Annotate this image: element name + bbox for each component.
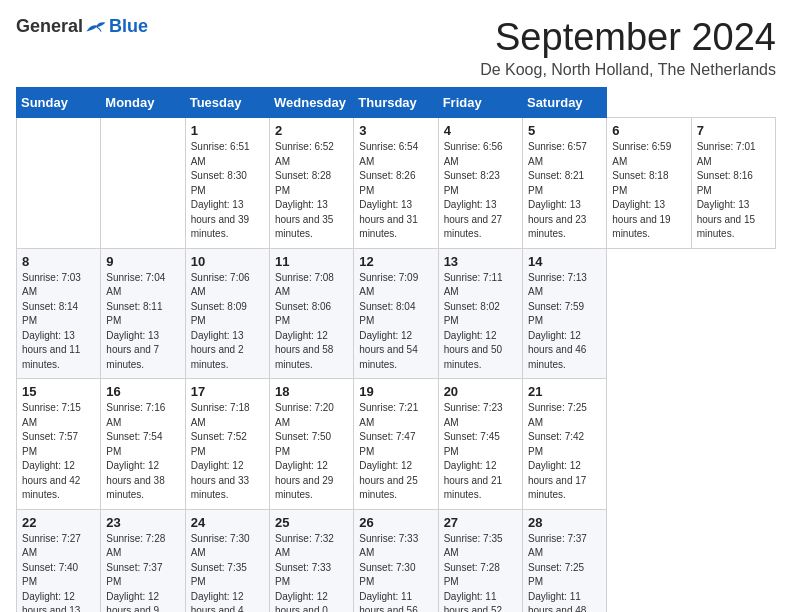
header-thursday: Thursday (354, 88, 438, 118)
page-header: General Blue September 2024 De Koog, Nor… (16, 16, 776, 79)
table-row (17, 118, 101, 249)
location-subtitle: De Koog, North Holland, The Netherlands (480, 61, 776, 79)
day-number: 7 (697, 123, 770, 138)
table-row: 20Sunrise: 7:23 AMSunset: 7:45 PMDayligh… (438, 379, 522, 510)
day-info: Sunrise: 7:08 AMSunset: 8:06 PMDaylight:… (275, 271, 348, 373)
day-info: Sunrise: 7:32 AMSunset: 7:33 PMDaylight:… (275, 532, 348, 613)
day-info: Sunrise: 6:59 AMSunset: 8:18 PMDaylight:… (612, 140, 685, 242)
day-number: 16 (106, 384, 179, 399)
day-info: Sunrise: 7:16 AMSunset: 7:54 PMDaylight:… (106, 401, 179, 503)
table-row: 14Sunrise: 7:13 AMSunset: 7:59 PMDayligh… (522, 248, 606, 379)
day-number: 15 (22, 384, 95, 399)
day-number: 6 (612, 123, 685, 138)
day-info: Sunrise: 7:03 AMSunset: 8:14 PMDaylight:… (22, 271, 95, 373)
day-number: 3 (359, 123, 432, 138)
day-info: Sunrise: 7:20 AMSunset: 7:50 PMDaylight:… (275, 401, 348, 503)
header-saturday: Saturday (522, 88, 606, 118)
table-row: 19Sunrise: 7:21 AMSunset: 7:47 PMDayligh… (354, 379, 438, 510)
table-row: 4Sunrise: 6:56 AMSunset: 8:23 PMDaylight… (438, 118, 522, 249)
day-number: 10 (191, 254, 264, 269)
table-row: 10Sunrise: 7:06 AMSunset: 8:09 PMDayligh… (185, 248, 269, 379)
table-row (101, 118, 185, 249)
day-info: Sunrise: 7:27 AMSunset: 7:40 PMDaylight:… (22, 532, 95, 613)
day-number: 12 (359, 254, 432, 269)
table-row: 24Sunrise: 7:30 AMSunset: 7:35 PMDayligh… (185, 509, 269, 612)
day-info: Sunrise: 7:37 AMSunset: 7:25 PMDaylight:… (528, 532, 601, 613)
day-info: Sunrise: 6:57 AMSunset: 8:21 PMDaylight:… (528, 140, 601, 242)
table-row: 21Sunrise: 7:25 AMSunset: 7:42 PMDayligh… (522, 379, 606, 510)
day-number: 9 (106, 254, 179, 269)
table-row: 28Sunrise: 7:37 AMSunset: 7:25 PMDayligh… (522, 509, 606, 612)
day-number: 13 (444, 254, 517, 269)
table-row: 9Sunrise: 7:04 AMSunset: 8:11 PMDaylight… (101, 248, 185, 379)
day-number: 2 (275, 123, 348, 138)
logo: General Blue (16, 16, 148, 37)
day-number: 17 (191, 384, 264, 399)
day-info: Sunrise: 7:30 AMSunset: 7:35 PMDaylight:… (191, 532, 264, 613)
day-number: 18 (275, 384, 348, 399)
day-info: Sunrise: 7:13 AMSunset: 7:59 PMDaylight:… (528, 271, 601, 373)
day-number: 24 (191, 515, 264, 530)
day-number: 19 (359, 384, 432, 399)
table-row: 17Sunrise: 7:18 AMSunset: 7:52 PMDayligh… (185, 379, 269, 510)
header-wednesday: Wednesday (269, 88, 353, 118)
day-number: 5 (528, 123, 601, 138)
day-number: 23 (106, 515, 179, 530)
day-info: Sunrise: 6:52 AMSunset: 8:28 PMDaylight:… (275, 140, 348, 242)
title-area: September 2024 De Koog, North Holland, T… (480, 16, 776, 79)
day-info: Sunrise: 7:28 AMSunset: 7:37 PMDaylight:… (106, 532, 179, 613)
table-row: 3Sunrise: 6:54 AMSunset: 8:26 PMDaylight… (354, 118, 438, 249)
calendar-week-row: 15Sunrise: 7:15 AMSunset: 7:57 PMDayligh… (17, 379, 776, 510)
day-info: Sunrise: 7:25 AMSunset: 7:42 PMDaylight:… (528, 401, 601, 503)
table-row: 26Sunrise: 7:33 AMSunset: 7:30 PMDayligh… (354, 509, 438, 612)
day-info: Sunrise: 7:15 AMSunset: 7:57 PMDaylight:… (22, 401, 95, 503)
logo-blue-text: Blue (109, 16, 148, 37)
table-row: 18Sunrise: 7:20 AMSunset: 7:50 PMDayligh… (269, 379, 353, 510)
table-row: 15Sunrise: 7:15 AMSunset: 7:57 PMDayligh… (17, 379, 101, 510)
header-friday: Friday (438, 88, 522, 118)
day-number: 1 (191, 123, 264, 138)
day-number: 25 (275, 515, 348, 530)
table-row: 13Sunrise: 7:11 AMSunset: 8:02 PMDayligh… (438, 248, 522, 379)
header-sunday: Sunday (17, 88, 101, 118)
day-number: 4 (444, 123, 517, 138)
calendar-week-row: 1Sunrise: 6:51 AMSunset: 8:30 PMDaylight… (17, 118, 776, 249)
day-number: 27 (444, 515, 517, 530)
day-info: Sunrise: 7:09 AMSunset: 8:04 PMDaylight:… (359, 271, 432, 373)
day-info: Sunrise: 7:23 AMSunset: 7:45 PMDaylight:… (444, 401, 517, 503)
day-number: 21 (528, 384, 601, 399)
day-number: 11 (275, 254, 348, 269)
day-number: 8 (22, 254, 95, 269)
header-tuesday: Tuesday (185, 88, 269, 118)
day-number: 20 (444, 384, 517, 399)
table-row: 25Sunrise: 7:32 AMSunset: 7:33 PMDayligh… (269, 509, 353, 612)
calendar-header-row: Sunday Monday Tuesday Wednesday Thursday… (17, 88, 776, 118)
table-row: 16Sunrise: 7:16 AMSunset: 7:54 PMDayligh… (101, 379, 185, 510)
day-number: 14 (528, 254, 601, 269)
table-row: 12Sunrise: 7:09 AMSunset: 8:04 PMDayligh… (354, 248, 438, 379)
day-info: Sunrise: 6:56 AMSunset: 8:23 PMDaylight:… (444, 140, 517, 242)
table-row: 11Sunrise: 7:08 AMSunset: 8:06 PMDayligh… (269, 248, 353, 379)
header-monday: Monday (101, 88, 185, 118)
table-row: 27Sunrise: 7:35 AMSunset: 7:28 PMDayligh… (438, 509, 522, 612)
table-row: 6Sunrise: 6:59 AMSunset: 8:18 PMDaylight… (607, 118, 691, 249)
day-info: Sunrise: 7:35 AMSunset: 7:28 PMDaylight:… (444, 532, 517, 613)
day-number: 26 (359, 515, 432, 530)
day-info: Sunrise: 7:18 AMSunset: 7:52 PMDaylight:… (191, 401, 264, 503)
day-info: Sunrise: 6:54 AMSunset: 8:26 PMDaylight:… (359, 140, 432, 242)
day-info: Sunrise: 6:51 AMSunset: 8:30 PMDaylight:… (191, 140, 264, 242)
day-info: Sunrise: 7:06 AMSunset: 8:09 PMDaylight:… (191, 271, 264, 373)
table-row: 8Sunrise: 7:03 AMSunset: 8:14 PMDaylight… (17, 248, 101, 379)
day-info: Sunrise: 7:21 AMSunset: 7:47 PMDaylight:… (359, 401, 432, 503)
table-row: 23Sunrise: 7:28 AMSunset: 7:37 PMDayligh… (101, 509, 185, 612)
table-row: 2Sunrise: 6:52 AMSunset: 8:28 PMDaylight… (269, 118, 353, 249)
day-number: 28 (528, 515, 601, 530)
day-info: Sunrise: 7:01 AMSunset: 8:16 PMDaylight:… (697, 140, 770, 242)
table-row: 7Sunrise: 7:01 AMSunset: 8:16 PMDaylight… (691, 118, 775, 249)
day-info: Sunrise: 7:11 AMSunset: 8:02 PMDaylight:… (444, 271, 517, 373)
day-info: Sunrise: 7:04 AMSunset: 8:11 PMDaylight:… (106, 271, 179, 373)
calendar-table: Sunday Monday Tuesday Wednesday Thursday… (16, 87, 776, 612)
logo-bird-icon (85, 18, 107, 36)
calendar-week-row: 8Sunrise: 7:03 AMSunset: 8:14 PMDaylight… (17, 248, 776, 379)
day-info: Sunrise: 7:33 AMSunset: 7:30 PMDaylight:… (359, 532, 432, 613)
